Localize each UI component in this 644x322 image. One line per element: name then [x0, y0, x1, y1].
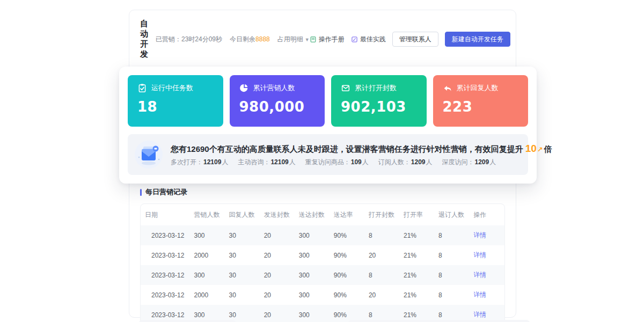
cell-delivered: 300	[295, 225, 330, 245]
cell-unsubscribed: 8	[434, 225, 469, 245]
detail-link[interactable]: 详情	[473, 231, 486, 239]
suggestion-text: 您有12690个有互动的高质量联系人未及时跟进，设置潜客营销任务进行针对性营销，…	[171, 144, 523, 153]
daily-records-section: 每日营销记录 日期营销人数回复人数发送封数送达封数送达率打开封数打开率退订人数操…	[140, 187, 505, 322]
stat-card[interactable]: 累计回复人数 223	[433, 75, 529, 127]
cell-delivered: 300	[295, 305, 330, 322]
cell-unsubscribed: 8	[434, 285, 469, 305]
column-header: 送达率	[330, 204, 364, 225]
stat-card-label: 累计回复人数	[457, 83, 499, 93]
detail-link[interactable]: 详情	[473, 311, 486, 318]
column-header: 日期	[141, 204, 190, 225]
stat-card[interactable]: 累计打开封数 902,103	[331, 75, 427, 127]
section-title-text: 每日营销记录	[145, 187, 187, 197]
column-header: 打开率	[399, 204, 434, 225]
cell-marketed: 300	[190, 265, 225, 285]
manual-link-label: 操作手册	[319, 35, 345, 44]
manual-link[interactable]: 操作手册	[310, 35, 345, 44]
cell-delivery-rate: 90%	[330, 265, 364, 285]
stat-value: 109	[350, 158, 362, 166]
cell-date: 2023-03-12	[141, 225, 190, 245]
section-title: 每日营销记录	[140, 187, 505, 197]
stat-label: 主动咨询：	[238, 158, 270, 166]
cell-sent: 20	[260, 285, 295, 305]
table-header-row: 日期营销人数回复人数发送封数送达封数送达率打开封数打开率退订人数操作	[141, 204, 504, 225]
title-accent-bar	[140, 189, 142, 196]
up-arrow-icon: ↗	[537, 145, 544, 153]
stat-card-value: 980,000	[239, 99, 316, 115]
cell-replied: 30	[225, 225, 260, 245]
stat-unit: 人	[489, 158, 496, 166]
book-icon	[310, 36, 317, 43]
suggestion-banner: 您有12690个有互动的高质量联系人未及时跟进，设置潜客营销任务进行针对性营销，…	[128, 134, 528, 175]
column-header: 回复人数	[225, 204, 260, 225]
table-row: 2023-03-12 2000 30 20 300 90% 20 21% 8 详…	[141, 285, 504, 305]
cell-sent: 20	[260, 305, 295, 322]
boost-multiplier: 10	[523, 143, 537, 154]
column-header: 退订人数	[434, 204, 469, 225]
best-practice-link[interactable]: 最佳实践	[351, 35, 386, 44]
detail-link[interactable]: 详情	[473, 251, 486, 259]
column-header: 操作	[469, 204, 504, 225]
table-row: 2023-03-12 2000 30 20 300 90% 20 21% 8 详…	[141, 245, 504, 265]
cell-marketed: 300	[190, 225, 225, 245]
today-remaining-value: 8888	[255, 35, 270, 43]
stat-card-label: 运行中任务数	[151, 83, 193, 93]
engagement-stat: 重复访问商品：109人	[305, 158, 369, 167]
boost-suffix: 倍	[544, 144, 552, 153]
page-header: 自动开发 已营销：23时24分09秒 今日剩余8888 占用明细▼ 操作手册 最…	[129, 10, 516, 67]
stat-unit: 人	[362, 158, 369, 166]
stats-overlay-panel: 运行中任务数 18 累计营销人数 980,000 累计打开封数	[119, 67, 537, 184]
table-row: 2023-03-12 300 30 20 300 90% 8 21% 8 详情	[141, 265, 504, 285]
stat-card-icon	[341, 83, 350, 93]
cell-sent: 20	[260, 245, 295, 265]
suggestion-message: 您有12690个有互动的高质量联系人未及时跟进，设置潜客营销任务进行针对性营销，…	[171, 143, 552, 155]
cell-delivery-rate: 90%	[330, 285, 364, 305]
manage-contacts-button[interactable]: 管理联系人	[392, 32, 438, 47]
chevron-down-icon: ▼	[305, 37, 310, 42]
cell-open-rate: 21%	[399, 245, 434, 265]
column-header: 发送封数	[260, 204, 295, 225]
marketed-duration: 已营销：23时24分09秒	[156, 35, 222, 44]
detail-link[interactable]: 详情	[473, 291, 486, 298]
engagement-stat: 主动咨询：12109人	[238, 158, 295, 167]
suggestion-content: 您有12690个有互动的高质量联系人未及时跟进，设置潜客营销任务进行针对性营销，…	[171, 143, 552, 167]
cell-delivery-rate: 90%	[330, 245, 364, 265]
stat-card-value: 223	[443, 99, 519, 115]
cell-marketed: 2000	[190, 285, 225, 305]
cell-date: 2023-03-12	[141, 285, 190, 305]
stat-label: 深度访问：	[442, 158, 474, 166]
cell-opened: 8	[364, 225, 399, 245]
stat-label: 多次打开：	[171, 158, 203, 166]
usage-detail-label: 占用明细	[277, 35, 303, 43]
best-practice-label: 最佳实践	[360, 35, 386, 44]
engagement-stat: 订阅人数：1209人	[378, 158, 433, 167]
engagement-stat: 深度访问：1209人	[442, 158, 496, 167]
cell-opened: 8	[364, 265, 399, 285]
stat-card[interactable]: 累计营销人数 980,000	[230, 75, 325, 127]
create-task-button[interactable]: 新建自动开发任务	[445, 32, 510, 47]
cell-open-rate: 21%	[399, 265, 434, 285]
bottom-panel-right-edge	[348, 320, 530, 322]
stat-unit: 人	[289, 158, 296, 166]
detail-link[interactable]: 详情	[473, 271, 486, 279]
bottom-panel-left-edge	[138, 320, 236, 322]
cell-open-rate: 21%	[399, 285, 434, 305]
cell-opened: 20	[364, 285, 399, 305]
stat-card[interactable]: 运行中任务数 18	[128, 75, 223, 127]
stat-card-value: 902,103	[341, 99, 417, 115]
cell-opened: 20	[364, 245, 399, 265]
stat-card-label: 累计打开封数	[355, 83, 397, 93]
usage-detail-dropdown[interactable]: 占用明细▼	[277, 35, 310, 44]
header-actions: 操作手册 最佳实践 管理联系人 新建自动开发任务	[310, 32, 510, 47]
mail-robot-illustration	[133, 139, 164, 170]
cell-date: 2023-03-12	[141, 265, 190, 285]
stat-label: 重复访问商品：	[305, 158, 350, 166]
dashboard-screen: 自动开发 已营销：23时24分09秒 今日剩余8888 占用明细▼ 操作手册 最…	[0, 0, 644, 322]
today-remaining: 今日剩余8888	[230, 35, 270, 44]
cell-date: 2023-03-12	[141, 245, 190, 265]
cell-open-rate: 21%	[399, 225, 434, 245]
cell-marketed: 2000	[190, 245, 225, 265]
cell-replied: 30	[225, 265, 260, 285]
stat-card-icon	[137, 83, 147, 93]
column-header: 打开封数	[364, 204, 399, 225]
